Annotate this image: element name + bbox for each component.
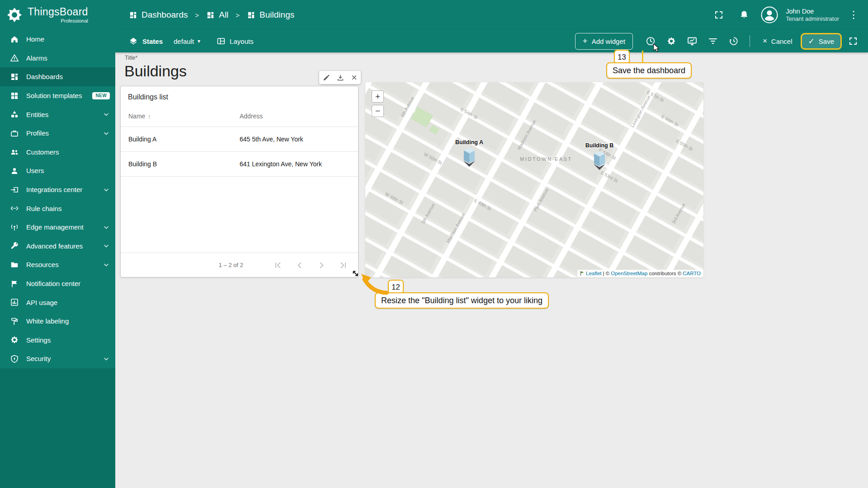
dashboard-settings-button[interactable] [662, 32, 681, 51]
sidebar-item-resources[interactable]: Resources [0, 255, 115, 274]
sidebar-item-users[interactable]: Users [0, 161, 115, 180]
pagination-prev-button[interactable] [294, 259, 306, 271]
pagination-next-button[interactable] [316, 259, 327, 271]
carto-link[interactable]: CARTO [683, 271, 701, 276]
map-canvas[interactable]: E 57th St E 56th St E 55th St E 54th St … [365, 82, 703, 277]
chevron-down-icon [103, 242, 110, 249]
sidebar-footer [0, 368, 115, 488]
shield-icon [10, 354, 19, 363]
chevron-down-icon [103, 130, 110, 137]
pagination-last-button[interactable] [337, 259, 349, 271]
top-header: Dashboards > All > Buildings [115, 0, 868, 30]
edge-management-icon [10, 223, 19, 232]
breadcrumb-dashboards[interactable]: Dashboards [129, 10, 188, 20]
pagination: 1 – 2 of 2 [121, 253, 358, 277]
topbar-actions: John Doe Tenant administrator ⋮ [710, 6, 861, 24]
monitor-chart-icon [687, 36, 698, 47]
expand-fullscreen-button[interactable] [844, 32, 863, 51]
notifications-button[interactable] [735, 6, 753, 24]
marker-label-building-a: Building A [447, 139, 492, 145]
version-history-button[interactable] [724, 32, 743, 51]
resources-folder-icon [10, 260, 19, 269]
zoom-out-button[interactable]: − [372, 105, 384, 117]
thingsboard-app: ThingsBoard Professional Home Alarms Das… [0, 0, 868, 488]
avatar[interactable] [760, 6, 778, 24]
plus-icon: + [583, 36, 588, 46]
sidebar-item-notification-center[interactable]: Notification center [0, 274, 115, 293]
sidebar-item-rule-chains[interactable]: Rule chains [0, 199, 115, 218]
save-button[interactable]: ✓ Save [801, 33, 842, 50]
more-options-button[interactable]: ⋮ [846, 9, 861, 21]
pagination-first-button[interactable] [272, 259, 284, 271]
dashboard-title-field[interactable]: Buildings [124, 62, 187, 80]
users-icon [10, 166, 19, 175]
edit-widget-button[interactable] [322, 74, 330, 82]
widget-title: Buildings list [121, 86, 358, 105]
column-header-name[interactable]: Name↑ [121, 105, 239, 127]
buildings-table: Name↑ Address Building A 645 5th Ave, Ne… [121, 105, 358, 177]
breadcrumb-separator: > [236, 11, 240, 19]
sidebar-item-security[interactable]: Security [0, 349, 115, 368]
app-edition: Professional [28, 19, 88, 23]
download-widget-button[interactable] [336, 74, 344, 82]
sidebar-item-edge-management[interactable]: Edge management [0, 218, 115, 237]
leaflet-link[interactable]: Leaflet [586, 271, 602, 276]
building-marker-a[interactable] [462, 146, 476, 167]
sidebar-item-dashboards[interactable]: Dashboards [0, 67, 115, 86]
sidebar-item-settings[interactable]: Settings [0, 331, 115, 350]
buildings-list-widget: Buildings list Name↑ Address Building A … [120, 86, 359, 277]
new-badge: NEW [92, 92, 110, 99]
profiles-icon [10, 129, 19, 138]
fullscreen-icon [713, 9, 724, 20]
sidebar-item-api-usage[interactable]: API usage [0, 293, 115, 312]
sidebar-item-integrations-center[interactable]: Integrations center [0, 180, 115, 199]
app-logo[interactable]: ThingsBoard Professional [0, 0, 115, 30]
notification-flag-icon [10, 279, 19, 288]
dashboard-title-label: Title* [125, 55, 137, 61]
fullscreen-button[interactable] [710, 6, 728, 24]
cancel-button[interactable]: × Cancel [756, 33, 799, 50]
breadcrumb-buildings[interactable]: Buildings [247, 10, 294, 20]
column-header-address[interactable]: Address [239, 105, 358, 127]
close-icon [350, 74, 358, 81]
dashboards-icon [10, 72, 19, 81]
sidebar-item-alarms[interactable]: Alarms [0, 49, 115, 68]
filter-icon [708, 36, 718, 47]
annotation-step-13-text: Save the dashboard [606, 62, 692, 79]
breadcrumb-all[interactable]: All [206, 10, 228, 20]
toolbar-divider [750, 35, 750, 47]
pagination-range: 1 – 2 of 2 [219, 262, 243, 268]
user-menu[interactable]: John Doe Tenant administrator [786, 7, 839, 23]
sidebar-item-home[interactable]: Home [0, 30, 115, 49]
sidebar-item-profiles[interactable]: Profiles [0, 124, 115, 143]
dashboard-group-icon [206, 11, 215, 19]
entity-aliases-button[interactable] [683, 32, 702, 51]
building-marker-b[interactable] [593, 150, 606, 170]
zoom-in-button[interactable]: + [372, 90, 384, 103]
remove-widget-button[interactable] [350, 74, 358, 81]
openstreetmap-link[interactable]: OpenStreetMap [611, 271, 647, 276]
add-widget-button[interactable]: + Add widget [575, 33, 633, 50]
close-icon: × [763, 37, 767, 46]
sidebar-item-entities[interactable]: Entities [0, 105, 115, 124]
table-row-building-b[interactable]: Building B 641 Lexington Ave, New York [121, 152, 358, 177]
state-select[interactable]: default ▾ [174, 38, 200, 45]
sidebar-item-customers[interactable]: Customers [0, 143, 115, 162]
last-page-icon [338, 260, 348, 270]
chevron-down-icon [103, 224, 110, 231]
filters-button[interactable] [703, 32, 722, 51]
sidebar-item-solution-templates[interactable]: Solution templates NEW [0, 86, 115, 105]
sidebar-item-white-labeling[interactable]: White labeling [0, 312, 115, 331]
solution-templates-icon [10, 91, 19, 100]
sort-ascending-icon: ↑ [148, 113, 151, 120]
dashboard-toolbar: States default ▾ Layouts + Add widget [115, 30, 868, 52]
table-row-building-a[interactable]: Building A 645 5th Ave, New York [121, 127, 358, 152]
annotation-arrow [359, 272, 390, 296]
layers-icon [129, 37, 138, 46]
annotation-step-12-text: Resize the "Building list" widget to you… [375, 292, 549, 309]
map-widget[interactable]: E 57th St E 56th St E 55th St E 54th St … [365, 82, 703, 277]
layouts-icon [217, 37, 226, 46]
rule-chains-icon [10, 204, 19, 213]
sidebar-item-advanced-features[interactable]: Advanced features [0, 237, 115, 256]
layouts-button[interactable]: Layouts [217, 37, 254, 46]
